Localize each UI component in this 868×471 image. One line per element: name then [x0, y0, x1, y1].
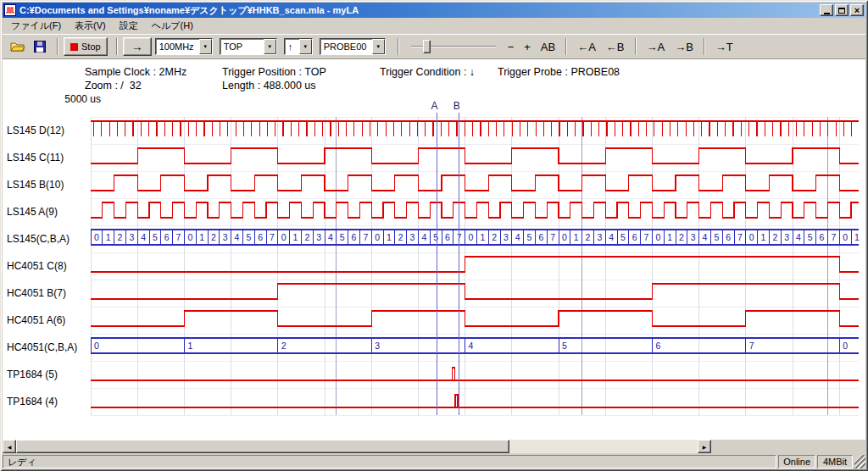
- bus-value: 6: [726, 232, 731, 242]
- status-memory: 4MBit: [817, 455, 853, 468]
- bus-value: 7: [644, 232, 649, 242]
- save-button[interactable]: [30, 37, 50, 56]
- bus-value: 4: [796, 232, 801, 242]
- waveform-clock: [91, 257, 859, 272]
- horizontal-scrollbar[interactable]: ◀ ▶: [3, 440, 711, 453]
- scroll-thumb[interactable]: [16, 440, 509, 453]
- dropdown-arrow-icon[interactable]: ▼: [299, 39, 312, 54]
- bus-value: 3: [597, 232, 602, 242]
- status-ready: レディ: [3, 455, 776, 468]
- open-folder-icon: [10, 41, 25, 53]
- bus-value: 3: [691, 232, 696, 242]
- bus-value: 6: [820, 232, 825, 242]
- run-button[interactable]: →: [123, 37, 152, 56]
- jump-prev-a-button[interactable]: ←A: [572, 39, 601, 55]
- toolbar-separator: [398, 38, 399, 55]
- jump-next-a-button[interactable]: →A: [642, 39, 670, 55]
- bus-value: 6: [445, 232, 450, 242]
- bus-value: 0: [187, 232, 192, 242]
- channel-row: LS145(C,B,A)0123456701234567012345670123…: [7, 230, 860, 245]
- zoom-out-button[interactable]: −: [503, 39, 520, 55]
- scroll-left-button[interactable]: ◀: [3, 440, 16, 453]
- waveform-clock: [91, 175, 859, 191]
- bus-value: 2: [304, 232, 309, 242]
- bus-value: 5: [714, 232, 719, 242]
- jump-prev-b-button[interactable]: ←B: [601, 39, 630, 55]
- channel-row: TP1684 (5): [7, 368, 859, 380]
- bus-value: 7: [737, 232, 743, 242]
- bus-value: 0: [655, 232, 660, 242]
- bus-value: 7: [831, 232, 836, 242]
- cursor-ab-button[interactable]: AB: [536, 39, 560, 55]
- stop-label: Stop: [81, 42, 101, 52]
- trigger-edge-select[interactable]: ↑ ▼: [284, 38, 313, 55]
- channel-label: TP1684 (4): [7, 396, 58, 407]
- title-bar[interactable]: C:¥Documents and Settings¥noname¥デスクトップ¥…: [3, 3, 865, 18]
- app-icon[interactable]: [4, 4, 16, 16]
- minimize-button[interactable]: [820, 4, 833, 16]
- channel-label: HC4051 A(6): [7, 314, 65, 326]
- sample-clock-text: Sample Clock : 2MHz: [85, 66, 186, 78]
- channel-row: TP1684 (4): [7, 395, 859, 407]
- bus-value: 0: [375, 232, 380, 242]
- channel-row: LS145 D(12): [7, 121, 859, 136]
- trigger-probe-select[interactable]: PROBE00 ▼: [320, 38, 386, 55]
- resize-grip[interactable]: [854, 455, 865, 468]
- channel-label: HC4051 B(7): [7, 287, 66, 299]
- sample-rate-select[interactable]: 100MHz ▼: [155, 38, 213, 55]
- dropdown-arrow-icon[interactable]: ▼: [199, 39, 212, 54]
- trigger-position-select[interactable]: TOP ▼: [220, 38, 277, 55]
- zoom-in-button[interactable]: +: [519, 39, 536, 55]
- menu-view[interactable]: 表示(V): [68, 18, 113, 34]
- length-text: Length : 488.000 us: [222, 80, 316, 91]
- bus-value: 0: [843, 232, 848, 242]
- window-title: C:¥Documents and Settings¥noname¥デスクトップ¥…: [19, 4, 818, 17]
- toolbar-separator: [704, 38, 705, 55]
- bus-value: 4: [421, 232, 426, 242]
- maximize-button[interactable]: [835, 4, 849, 16]
- bus-value: 5: [527, 232, 532, 242]
- bus-value: 1: [854, 232, 860, 242]
- trigger-condition-text: Trigger Condition : ↓: [380, 66, 475, 78]
- close-icon: ×: [854, 6, 860, 15]
- bus-value: 5: [620, 232, 626, 242]
- bus-value: 4: [141, 232, 146, 242]
- toolbar-nav-buttons: −+AB←A←B→A→B→T: [503, 38, 738, 55]
- channel-row: HC4051 A(6): [7, 311, 859, 326]
- bus-value: 2: [211, 232, 216, 242]
- bus-value: 0: [94, 341, 99, 351]
- jump-trigger-button[interactable]: →T: [710, 39, 738, 55]
- bus-value: 1: [293, 232, 298, 242]
- bus-value: 0: [749, 232, 754, 242]
- stop-button[interactable]: Stop: [64, 37, 108, 56]
- bus-value: 5: [246, 232, 251, 242]
- scroll-right-button[interactable]: ▶: [698, 440, 711, 453]
- close-button[interactable]: ×: [850, 4, 864, 16]
- stop-icon: [70, 43, 78, 51]
- sample-rate-value: 100MHz: [156, 42, 199, 52]
- zoom-slider[interactable]: [411, 38, 496, 55]
- waveform-svg[interactable]: LS145 D(12)LS145 C(11)LS145 B(10)LS145 A…: [3, 100, 864, 420]
- channel-row: HC4051 B(7): [7, 284, 859, 299]
- bus-value: 4: [609, 232, 614, 242]
- bus-value: 3: [784, 232, 789, 242]
- jump-next-b-button[interactable]: →B: [670, 39, 698, 55]
- cursor-a-label: A: [431, 100, 437, 112]
- bus-value: 1: [761, 232, 766, 242]
- channel-label: LS145 B(10): [7, 179, 64, 191]
- dropdown-arrow-icon[interactable]: ▼: [264, 39, 276, 54]
- dropdown-arrow-icon[interactable]: ▼: [372, 39, 385, 54]
- menu-help[interactable]: ヘルプ(H): [145, 18, 200, 34]
- menu-file[interactable]: ファイル(F): [4, 18, 68, 34]
- trigger-probe-text: Trigger Probe : PROBE08: [498, 66, 620, 78]
- menu-settings[interactable]: 設定: [113, 18, 145, 34]
- bus-value: 3: [316, 232, 321, 242]
- bus-value: 2: [679, 232, 684, 242]
- bus-value: 0: [562, 232, 567, 242]
- bus-value: 3: [410, 232, 415, 242]
- bus-value: 4: [515, 232, 520, 242]
- trigger-probe-value: PROBE00: [320, 42, 372, 52]
- trigger-position-text: Trigger Position : TOP: [222, 66, 326, 78]
- zoom-slider-thumb[interactable]: [423, 40, 431, 53]
- open-file-button[interactable]: [8, 37, 28, 56]
